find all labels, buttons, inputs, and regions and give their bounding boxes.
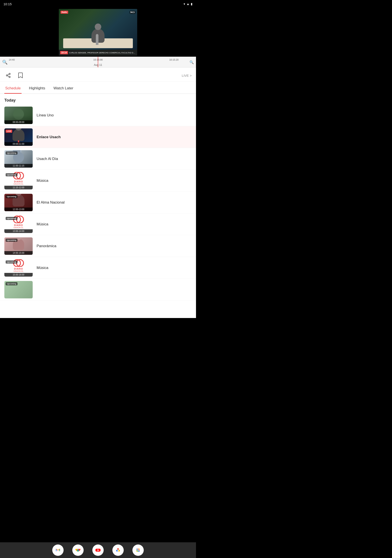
- tab-highlights[interactable]: Highlights: [28, 84, 46, 94]
- upcoming-badge-5: Upcoming: [6, 195, 17, 198]
- live-badge: LIVE: [6, 130, 12, 133]
- upcoming-badge-6: Upcoming: [6, 217, 17, 220]
- radio-badge: Radio: [60, 11, 68, 14]
- schedule-item-8[interactable]: DIARIO USACH.CL Upcoming 15:00-16:00 Mús…: [0, 257, 196, 279]
- svg-point-1: [6, 75, 8, 76]
- schedule-thumbnail-9: Upcoming: [4, 281, 33, 298]
- upcoming-badge-4: Upcoming: [6, 173, 17, 176]
- time-badge-3: 11:00-11:15: [4, 164, 33, 168]
- time-badge-5: 12:00-13:00: [4, 208, 33, 211]
- schedule-thumbnail-live: LIVE 09:00-11:00: [4, 128, 33, 146]
- video-title-text: CARLOS ISENSEE, PROFESOR DERECHO COMERCI…: [69, 52, 136, 54]
- status-bar: 10:15 ▾ ▲ ▮: [0, 0, 196, 8]
- video-time-badge: 10:14: [60, 51, 68, 54]
- svg-point-2: [9, 76, 10, 78]
- battery-icon: ▮: [191, 2, 193, 6]
- schedule-title-3: Usach Al Día: [37, 157, 58, 161]
- status-time: 10:15: [3, 2, 12, 6]
- svg-line-3: [8, 76, 9, 77]
- upcoming-badge-9: Upcoming: [6, 282, 17, 285]
- schedule-title-1: Línea Uno: [37, 113, 54, 117]
- schedule-title-4: Música: [37, 179, 48, 183]
- schedule-thumbnail-6: DIARIO USACH.CL Upcoming 13:00-14:00: [4, 216, 33, 233]
- timeline-time-left: 14:40: [9, 58, 15, 61]
- timeline-time-right: 10:15:20: [169, 58, 179, 61]
- video-area[interactable]: 94.5 Radio 10:14 CARLOS ISENSEE, PROFESO…: [0, 0, 196, 57]
- bookmark-button[interactable]: [17, 71, 24, 79]
- schedule-item-9[interactable]: Upcoming: [0, 279, 196, 301]
- schedule-title-7: Panorámica: [37, 244, 56, 248]
- tab-watchlater[interactable]: Watch Later: [53, 84, 74, 94]
- time-badge-live: 09:00-11:00: [4, 142, 33, 146]
- schedule-thumbnail-1: 08:00-09:00: [4, 107, 33, 124]
- video-container[interactable]: 94.5 Radio 10:14 CARLOS ISENSEE, PROFESO…: [59, 9, 137, 56]
- tab-schedule[interactable]: Schedule: [4, 84, 22, 94]
- video-frame: 94.5 Radio: [59, 9, 137, 56]
- schedule-section: Today 08:00-09:00 Línea Uno LIVE 09:00-1…: [0, 94, 196, 318]
- upcoming-badge-8: Upcoming: [6, 261, 17, 263]
- toolbar-left: [4, 71, 182, 79]
- schedule-title-6: Música: [37, 222, 48, 227]
- time-badge-8: 15:00-16:00: [4, 273, 33, 277]
- schedule-item-4[interactable]: DIARIO USACH.CL Upcoming 11:15-12:00 Mús…: [0, 170, 196, 192]
- time-badge-4: 11:15-12:00: [4, 186, 33, 189]
- schedule-title-live: Enlace Usach: [37, 135, 61, 139]
- toolbar: LIVE >: [0, 68, 196, 82]
- schedule-thumbnail-8: DIARIO USACH.CL Upcoming 15:00-16:00: [4, 259, 33, 277]
- schedule-title-5: El Alma Nacional: [37, 200, 65, 205]
- timeline-cursor: [98, 57, 98, 67]
- schedule-title-8: Música: [37, 266, 48, 270]
- svg-line-4: [8, 74, 9, 75]
- schedule-thumbnail-3: Upcoming 11:00-11:15: [4, 150, 33, 168]
- schedule-thumbnail-7: Upcoming 14:00-15:00: [4, 237, 33, 255]
- schedule-item-live[interactable]: LIVE 09:00-11:00 Enlace Usach: [0, 126, 196, 148]
- schedule-item-3[interactable]: Upcoming 11:00-11:15 Usach Al Día: [0, 148, 196, 170]
- svg-point-0: [9, 73, 10, 75]
- time-badge-6: 13:00-14:00: [4, 229, 33, 233]
- tabs: Schedule Highlights Watch Later: [0, 82, 196, 94]
- section-header: Today: [0, 94, 196, 105]
- time-badge-1: 08:00-09:00: [4, 120, 33, 124]
- upcoming-badge-7: Upcoming: [6, 239, 17, 242]
- wifi-icon: ▾: [184, 2, 185, 6]
- main-content: LIVE > Schedule Highlights Watch Later T…: [0, 68, 196, 318]
- schedule-thumbnail-5: Upcoming 12:00-13:00: [4, 194, 33, 211]
- live-button[interactable]: LIVE >: [182, 74, 192, 77]
- video-bottom-bar: 10:14 CARLOS ISENSEE, PROFESOR DERECHO C…: [59, 50, 137, 56]
- signal-icon: ▲: [187, 2, 189, 6]
- schedule-thumbnail-4: DIARIO USACH.CL Upcoming 11:15-12:00: [4, 172, 33, 189]
- schedule-item[interactable]: 08:00-09:00 Línea Uno: [0, 105, 196, 126]
- zoom-in-button[interactable]: 🔍: [189, 60, 194, 64]
- upcoming-badge-3: Upcoming: [6, 151, 17, 155]
- video-logo: 94.5: [130, 11, 136, 14]
- schedule-item-7[interactable]: Upcoming 14:00-15:00 Panorámica: [0, 235, 196, 257]
- share-button[interactable]: [4, 71, 12, 79]
- schedule-item-6[interactable]: DIARIO USACH.CL Upcoming 13:00-14:00 Mús…: [0, 213, 196, 235]
- zoom-out-button[interactable]: 🔍: [2, 60, 8, 65]
- schedule-item-5[interactable]: Upcoming 12:00-13:00 El Alma Nacional: [0, 192, 196, 213]
- time-badge-7: 14:00-15:00: [4, 251, 33, 255]
- status-icons: ▾ ▲ ▮: [184, 2, 193, 6]
- timeline-area[interactable]: 14:40 10:15:00 10:15:20 🔍 🔍 Aug 11: [0, 57, 196, 68]
